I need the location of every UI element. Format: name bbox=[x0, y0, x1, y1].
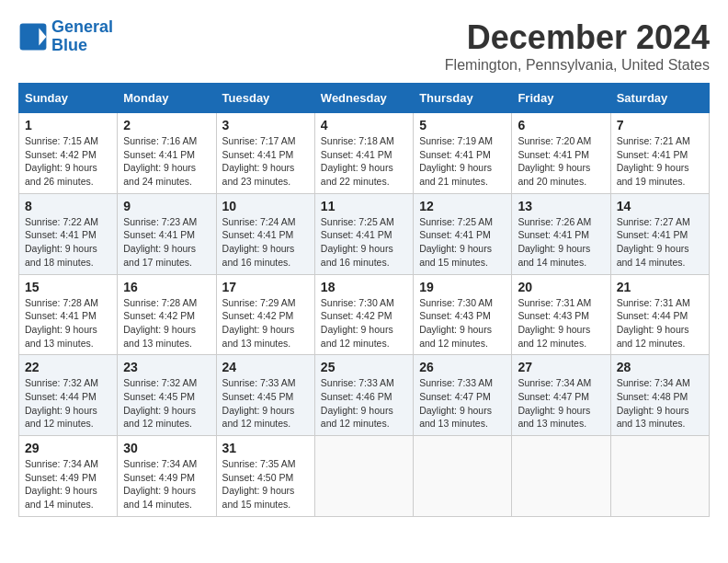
day-number: 22 bbox=[25, 360, 111, 374]
day-info: Sunrise: 7:16 AMSunset: 4:41 PMDaylight:… bbox=[123, 134, 210, 189]
day-info: Sunrise: 7:24 AMSunset: 4:41 PMDaylight:… bbox=[222, 215, 309, 270]
calendar-cell: 30Sunrise: 7:34 AMSunset: 4:49 PMDayligh… bbox=[118, 436, 216, 517]
day-info: Sunrise: 7:27 AMSunset: 4:41 PMDaylight:… bbox=[617, 215, 703, 270]
logo: General Blue bbox=[18, 18, 113, 55]
calendar-cell: 11Sunrise: 7:25 AMSunset: 4:41 PMDayligh… bbox=[314, 193, 413, 274]
day-info: Sunrise: 7:34 AMSunset: 4:49 PMDaylight:… bbox=[25, 457, 111, 511]
calendar-table: SundayMondayTuesdayWednesdayThursdayFrid… bbox=[18, 83, 710, 517]
day-number: 13 bbox=[518, 199, 604, 213]
week-row-3: 15Sunrise: 7:28 AMSunset: 4:41 PMDayligh… bbox=[19, 274, 710, 355]
day-info: Sunrise: 7:34 AMSunset: 4:49 PMDaylight:… bbox=[123, 457, 210, 511]
day-number: 1 bbox=[25, 118, 111, 132]
day-number: 20 bbox=[518, 280, 604, 294]
day-info: Sunrise: 7:23 AMSunset: 4:41 PMDaylight:… bbox=[123, 215, 210, 270]
calendar-cell: 20Sunrise: 7:31 AMSunset: 4:43 PMDayligh… bbox=[512, 274, 610, 355]
weekday-header-saturday: Saturday bbox=[610, 84, 709, 113]
month-year: December 2024 bbox=[445, 18, 710, 57]
calendar-cell: 7Sunrise: 7:21 AMSunset: 4:41 PMDaylight… bbox=[610, 113, 709, 194]
day-info: Sunrise: 7:25 AMSunset: 4:41 PMDaylight:… bbox=[321, 215, 407, 270]
week-row-2: 8Sunrise: 7:22 AMSunset: 4:41 PMDaylight… bbox=[19, 193, 710, 274]
calendar-cell: 10Sunrise: 7:24 AMSunset: 4:41 PMDayligh… bbox=[216, 193, 314, 274]
day-info: Sunrise: 7:26 AMSunset: 4:41 PMDaylight:… bbox=[518, 215, 604, 270]
day-number: 30 bbox=[123, 441, 210, 455]
day-number: 24 bbox=[222, 360, 309, 374]
day-info: Sunrise: 7:31 AMSunset: 4:44 PMDaylight:… bbox=[617, 296, 703, 350]
day-number: 29 bbox=[25, 441, 111, 455]
calendar-cell bbox=[314, 436, 413, 517]
calendar-cell: 25Sunrise: 7:33 AMSunset: 4:46 PMDayligh… bbox=[314, 355, 413, 436]
calendar-cell: 27Sunrise: 7:34 AMSunset: 4:47 PMDayligh… bbox=[512, 355, 610, 436]
calendar-cell: 5Sunrise: 7:19 AMSunset: 4:41 PMDaylight… bbox=[414, 113, 512, 194]
day-number: 31 bbox=[222, 441, 309, 455]
day-number: 18 bbox=[321, 280, 407, 294]
calendar-cell bbox=[512, 436, 610, 517]
calendar-cell: 24Sunrise: 7:33 AMSunset: 4:45 PMDayligh… bbox=[216, 355, 314, 436]
day-number: 8 bbox=[25, 199, 111, 213]
day-number: 17 bbox=[222, 280, 309, 294]
day-number: 19 bbox=[419, 280, 506, 294]
calendar-cell: 21Sunrise: 7:31 AMSunset: 4:44 PMDayligh… bbox=[610, 274, 709, 355]
day-info: Sunrise: 7:29 AMSunset: 4:42 PMDaylight:… bbox=[222, 296, 309, 350]
day-number: 12 bbox=[419, 199, 506, 213]
logo-line2: Blue bbox=[51, 36, 87, 54]
day-info: Sunrise: 7:28 AMSunset: 4:41 PMDaylight:… bbox=[25, 296, 111, 350]
logo-text: General Blue bbox=[51, 18, 113, 55]
day-number: 5 bbox=[419, 118, 506, 132]
day-info: Sunrise: 7:31 AMSunset: 4:43 PMDaylight:… bbox=[518, 296, 604, 350]
day-number: 2 bbox=[123, 118, 210, 132]
week-row-4: 22Sunrise: 7:32 AMSunset: 4:44 PMDayligh… bbox=[19, 355, 710, 436]
day-number: 25 bbox=[321, 360, 407, 374]
calendar-cell: 31Sunrise: 7:35 AMSunset: 4:50 PMDayligh… bbox=[216, 436, 314, 517]
day-number: 11 bbox=[321, 199, 407, 213]
calendar-cell: 12Sunrise: 7:25 AMSunset: 4:41 PMDayligh… bbox=[414, 193, 512, 274]
calendar-cell: 6Sunrise: 7:20 AMSunset: 4:41 PMDaylight… bbox=[512, 113, 610, 194]
location: Flemington, Pennsylvania, United States bbox=[445, 57, 710, 74]
day-info: Sunrise: 7:33 AMSunset: 4:47 PMDaylight:… bbox=[419, 376, 506, 431]
weekday-header-row: SundayMondayTuesdayWednesdayThursdayFrid… bbox=[19, 84, 710, 113]
day-number: 16 bbox=[123, 280, 210, 294]
day-number: 7 bbox=[617, 118, 703, 132]
week-row-1: 1Sunrise: 7:15 AMSunset: 4:42 PMDaylight… bbox=[19, 113, 710, 194]
day-number: 14 bbox=[617, 199, 703, 213]
calendar-cell: 2Sunrise: 7:16 AMSunset: 4:41 PMDaylight… bbox=[118, 113, 216, 194]
day-info: Sunrise: 7:30 AMSunset: 4:43 PMDaylight:… bbox=[419, 296, 506, 350]
week-row-5: 29Sunrise: 7:34 AMSunset: 4:49 PMDayligh… bbox=[19, 436, 710, 517]
day-info: Sunrise: 7:20 AMSunset: 4:41 PMDaylight:… bbox=[518, 134, 604, 189]
calendar-cell: 15Sunrise: 7:28 AMSunset: 4:41 PMDayligh… bbox=[19, 274, 118, 355]
weekday-header-monday: Monday bbox=[118, 84, 216, 113]
calendar-cell bbox=[414, 436, 512, 517]
weekday-header-friday: Friday bbox=[512, 84, 610, 113]
day-number: 23 bbox=[123, 360, 210, 374]
day-info: Sunrise: 7:17 AMSunset: 4:41 PMDaylight:… bbox=[222, 134, 309, 189]
day-info: Sunrise: 7:22 AMSunset: 4:41 PMDaylight:… bbox=[25, 215, 111, 270]
day-number: 6 bbox=[518, 118, 604, 132]
calendar-cell: 13Sunrise: 7:26 AMSunset: 4:41 PMDayligh… bbox=[512, 193, 610, 274]
calendar-cell: 16Sunrise: 7:28 AMSunset: 4:42 PMDayligh… bbox=[118, 274, 216, 355]
calendar-cell: 1Sunrise: 7:15 AMSunset: 4:42 PMDaylight… bbox=[19, 113, 118, 194]
day-info: Sunrise: 7:30 AMSunset: 4:42 PMDaylight:… bbox=[321, 296, 407, 350]
day-number: 15 bbox=[25, 280, 111, 294]
day-info: Sunrise: 7:33 AMSunset: 4:45 PMDaylight:… bbox=[222, 376, 309, 431]
day-number: 9 bbox=[123, 199, 210, 213]
calendar-cell: 14Sunrise: 7:27 AMSunset: 4:41 PMDayligh… bbox=[610, 193, 709, 274]
weekday-header-tuesday: Tuesday bbox=[216, 84, 314, 113]
day-number: 4 bbox=[321, 118, 407, 132]
calendar-cell: 28Sunrise: 7:34 AMSunset: 4:48 PMDayligh… bbox=[610, 355, 709, 436]
title-area: December 2024 Flemington, Pennsylvania, … bbox=[445, 18, 710, 74]
day-number: 28 bbox=[617, 360, 703, 374]
day-number: 21 bbox=[617, 280, 703, 294]
calendar-cell: 9Sunrise: 7:23 AMSunset: 4:41 PMDaylight… bbox=[118, 193, 216, 274]
logo-icon bbox=[18, 22, 48, 52]
day-info: Sunrise: 7:34 AMSunset: 4:48 PMDaylight:… bbox=[617, 376, 703, 431]
day-info: Sunrise: 7:32 AMSunset: 4:44 PMDaylight:… bbox=[25, 376, 111, 431]
weekday-header-thursday: Thursday bbox=[414, 84, 512, 113]
day-number: 27 bbox=[518, 360, 604, 374]
day-info: Sunrise: 7:33 AMSunset: 4:46 PMDaylight:… bbox=[321, 376, 407, 431]
calendar-cell: 17Sunrise: 7:29 AMSunset: 4:42 PMDayligh… bbox=[216, 274, 314, 355]
day-number: 26 bbox=[419, 360, 506, 374]
day-info: Sunrise: 7:15 AMSunset: 4:42 PMDaylight:… bbox=[25, 134, 111, 189]
weekday-header-sunday: Sunday bbox=[19, 84, 118, 113]
calendar-cell: 23Sunrise: 7:32 AMSunset: 4:45 PMDayligh… bbox=[118, 355, 216, 436]
calendar-cell: 22Sunrise: 7:32 AMSunset: 4:44 PMDayligh… bbox=[19, 355, 118, 436]
day-number: 3 bbox=[222, 118, 309, 132]
